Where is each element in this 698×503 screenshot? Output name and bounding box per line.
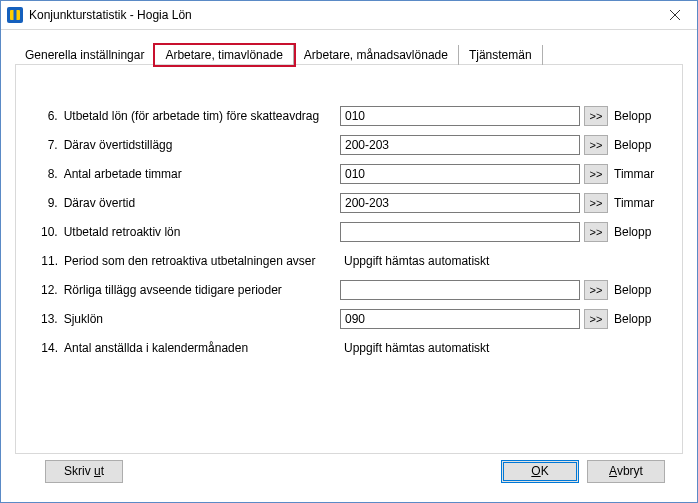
tab-arbetare-timavlonade[interactable]: Arbetare, timavlönade [155,45,293,65]
row-12-input[interactable] [340,280,580,300]
row-6: 6. Utbetald lön (för arbetade tim) före … [34,101,664,130]
row-8: 8. Antal arbetade timmar >> Timmar [34,159,664,188]
row-12-unit: Belopp [612,283,664,297]
row-7: 7. Därav övertidstillägg >> Belopp [34,130,664,159]
client-area: Generella inställningar Arbetare, timavl… [1,30,697,502]
row-6-input[interactable] [340,106,580,126]
cancel-button-post: vbryt [617,464,643,478]
tab-general-settings[interactable]: Generella inställningar [15,45,155,65]
ok-button[interactable]: OK [501,460,579,483]
row-label: Därav övertidstillägg [60,138,340,152]
row-6-browse-button[interactable]: >> [584,106,608,126]
row-9: 9. Därav övertid >> Timmar [34,188,664,217]
row-9-unit: Timmar [612,196,664,210]
row-10-input[interactable] [340,222,580,242]
row-index: 12. [34,283,60,297]
row-label: Sjuklön [60,312,340,326]
row-8-unit: Timmar [612,167,664,181]
print-button-pre: Skriv [64,464,94,478]
row-13-browse-button[interactable]: >> [584,309,608,329]
row-label: Antal anställda i kalendermånaden [60,341,344,355]
row-7-input[interactable] [340,135,580,155]
row-index: 8. [34,167,60,181]
tab-arbetare-manadsavlonade[interactable]: Arbetare, månadsavlönade [294,45,459,65]
row-label: Period som den retroaktiva utbetalningen… [60,254,344,268]
row-7-unit: Belopp [612,138,664,152]
row-13: 13. Sjuklön >> Belopp [34,304,664,333]
row-index: 11. [34,254,60,268]
row-14-message: Uppgift hämtas automatiskt [344,341,489,355]
row-9-browse-button[interactable]: >> [584,193,608,213]
ok-button-post: K [541,464,549,478]
row-index: 10. [34,225,60,239]
row-10: 10. Utbetald retroaktiv lön >> Belopp [34,217,664,246]
tab-content: 6. Utbetald lön (för arbetade tim) före … [15,64,683,454]
window-title: Konjunkturstatistik - Hogia Lön [29,8,652,22]
row-12-browse-button[interactable]: >> [584,280,608,300]
cancel-button-mnemonic: A [609,464,617,478]
row-7-browse-button[interactable]: >> [584,135,608,155]
row-label: Därav övertid [60,196,340,210]
dialog-window: Konjunkturstatistik - Hogia Lön Generell… [0,0,698,503]
row-index: 9. [34,196,60,210]
row-index: 7. [34,138,60,152]
row-label: Utbetald retroaktiv lön [60,225,340,239]
row-label: Antal arbetade timmar [60,167,340,181]
row-13-input[interactable] [340,309,580,329]
row-label: Rörliga tillägg avseende tidigare period… [60,283,340,297]
row-6-unit: Belopp [612,109,664,123]
row-11: 11. Period som den retroaktiva utbetalni… [34,246,664,275]
close-button[interactable] [652,1,697,29]
print-button-mnemonic: u [94,464,101,478]
row-11-message: Uppgift hämtas automatiskt [344,254,489,268]
form-rows: 6. Utbetald lön (för arbetade tim) före … [34,101,664,362]
row-10-browse-button[interactable]: >> [584,222,608,242]
cancel-button[interactable]: Avbryt [587,460,665,483]
svg-rect-2 [14,10,17,20]
print-button[interactable]: Skriv ut [45,460,123,483]
titlebar: Konjunkturstatistik - Hogia Lön [1,1,697,30]
row-13-unit: Belopp [612,312,664,326]
app-icon [7,7,23,23]
row-12: 12. Rörliga tillägg avseende tidigare pe… [34,275,664,304]
row-index: 14. [34,341,60,355]
row-8-input[interactable] [340,164,580,184]
row-8-browse-button[interactable]: >> [584,164,608,184]
print-button-post: t [101,464,104,478]
tab-tjansteman[interactable]: Tjänstemän [459,45,543,65]
row-index: 13. [34,312,60,326]
ok-button-mnemonic: O [531,464,540,478]
row-index: 6. [34,109,60,123]
row-9-input[interactable] [340,193,580,213]
row-10-unit: Belopp [612,225,664,239]
tab-strip: Generella inställningar Arbetare, timavl… [15,42,683,64]
row-14: 14. Antal anställda i kalendermånaden Up… [34,333,664,362]
row-label: Utbetald lön (för arbetade tim) före ska… [60,109,340,123]
button-bar: Skriv ut OK Avbryt [15,454,683,488]
